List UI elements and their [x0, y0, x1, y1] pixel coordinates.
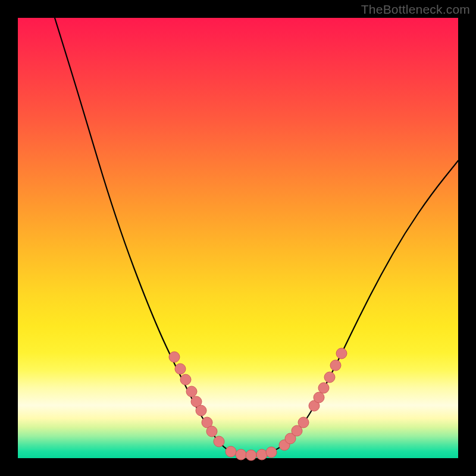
- data-bead: [246, 450, 256, 461]
- data-bead: [336, 348, 347, 359]
- data-bead: [298, 417, 309, 428]
- beads-right-branch: [279, 348, 347, 450]
- bottleneck-curve: [55, 18, 458, 455]
- data-bead: [180, 374, 191, 385]
- data-bead: [175, 364, 186, 374]
- data-bead: [318, 383, 329, 393]
- data-bead: [196, 405, 206, 416]
- plot-area: [18, 18, 458, 458]
- watermark-text: TheBottleneck.com: [361, 2, 470, 17]
- data-bead: [236, 449, 246, 460]
- data-bead: [206, 426, 217, 437]
- data-bead: [214, 436, 224, 447]
- data-bead: [324, 372, 335, 383]
- data-bead: [169, 352, 180, 362]
- data-bead: [186, 386, 197, 397]
- data-bead: [266, 447, 277, 458]
- beads-left-branch: [169, 352, 224, 447]
- beads-valley: [226, 446, 277, 461]
- chart-svg: [18, 18, 458, 458]
- data-bead: [314, 392, 324, 403]
- data-bead: [256, 449, 267, 460]
- data-bead: [330, 360, 341, 371]
- data-bead: [226, 446, 236, 457]
- outer-frame: TheBottleneck.com: [0, 0, 476, 476]
